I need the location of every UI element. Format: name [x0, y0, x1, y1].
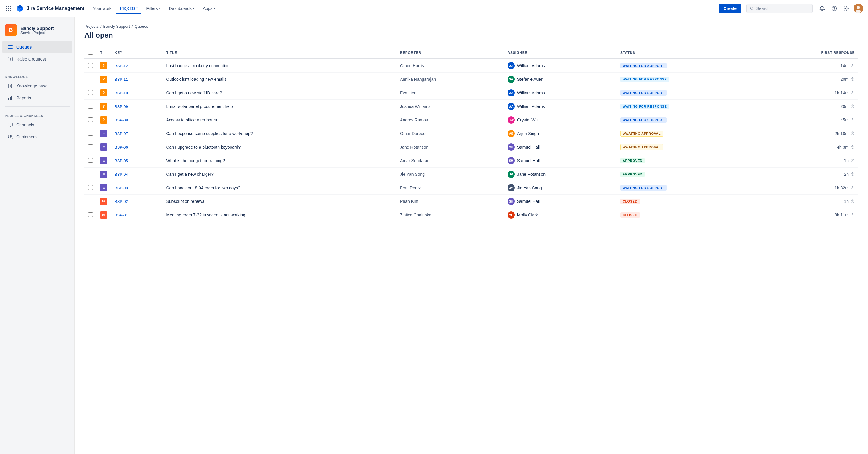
sidebar-item-channels[interactable]: Channels: [2, 119, 72, 131]
row-title-cell[interactable]: Lost badge at rocketry convention: [163, 59, 397, 73]
notifications-button[interactable]: [817, 4, 827, 13]
row-checkbox-cell[interactable]: [84, 168, 96, 181]
row-checkbox-cell[interactable]: [84, 73, 96, 86]
issue-key[interactable]: BSP-08: [115, 118, 128, 122]
row-key-cell[interactable]: BSP-12: [111, 59, 163, 73]
search-input[interactable]: [756, 6, 809, 11]
create-button[interactable]: Create: [718, 4, 741, 13]
row-checkbox-cell[interactable]: [84, 59, 96, 73]
table-row: ✉ BSP-02 Subscription renewal Phan Kim S…: [84, 195, 858, 208]
row-checkbox-cell[interactable]: [84, 141, 96, 154]
issue-key[interactable]: BSP-12: [115, 64, 128, 68]
topnav: Jira Service Management Your work Projec…: [0, 0, 868, 17]
sidebar-item-raise-request[interactable]: Raise a request: [2, 53, 72, 65]
issue-key[interactable]: BSP-10: [115, 91, 128, 95]
breadcrumb-bancly-support[interactable]: Bancly Support: [103, 24, 130, 29]
sidebar-item-knowledge-base[interactable]: Knowledge base: [2, 80, 72, 92]
search-box[interactable]: [746, 4, 812, 13]
row-key-cell[interactable]: BSP-09: [111, 100, 163, 113]
row-key-cell[interactable]: BSP-08: [111, 113, 163, 127]
row-key-cell[interactable]: BSP-01: [111, 208, 163, 222]
sidebar-item-customers[interactable]: Customers: [2, 131, 72, 143]
row-key-cell[interactable]: BSP-03: [111, 181, 163, 195]
issue-key[interactable]: BSP-03: [115, 186, 128, 190]
app-logo[interactable]: Jira Service Management: [16, 4, 84, 13]
row-assignee-cell: SH Samuel Hall: [504, 141, 617, 154]
row-type-cell: ?: [96, 73, 111, 86]
row-key-cell[interactable]: BSP-10: [111, 86, 163, 100]
row-checkbox[interactable]: [88, 63, 93, 68]
nav-filters[interactable]: Filters ▾: [143, 4, 164, 13]
nav-apps[interactable]: Apps ▾: [199, 4, 219, 13]
row-title-cell[interactable]: Can I expense some supplies for a worksh…: [163, 127, 397, 141]
row-key-cell[interactable]: BSP-05: [111, 154, 163, 168]
row-title-cell[interactable]: Can I get a new charger?: [163, 168, 397, 181]
status-badge: APPROVED: [620, 158, 645, 163]
row-checkbox[interactable]: [88, 144, 93, 149]
row-checkbox[interactable]: [88, 172, 93, 176]
row-checkbox[interactable]: [88, 117, 93, 122]
row-key-cell[interactable]: BSP-07: [111, 127, 163, 141]
row-checkbox[interactable]: [88, 212, 93, 217]
settings-button[interactable]: [841, 4, 851, 13]
row-checkbox[interactable]: [88, 104, 93, 109]
row-checkbox-cell[interactable]: [84, 154, 96, 168]
row-title-cell[interactable]: Lunar solar panel procurement help: [163, 100, 397, 113]
nav-your-work[interactable]: Your work: [89, 4, 115, 13]
row-checkbox[interactable]: [88, 185, 93, 190]
issue-key[interactable]: BSP-05: [115, 158, 128, 163]
svg-rect-0: [6, 6, 7, 7]
row-checkbox[interactable]: [88, 199, 93, 204]
row-checkbox[interactable]: [88, 158, 93, 163]
issue-key[interactable]: BSP-06: [115, 145, 128, 150]
row-assignee-cell: MC Molly Clark: [504, 208, 617, 222]
issue-key[interactable]: BSP-09: [115, 104, 128, 109]
row-title-cell[interactable]: Access to office after hours: [163, 113, 397, 127]
type-badge: ?: [100, 103, 107, 110]
svg-rect-8: [10, 10, 11, 11]
row-status-cell: WAITING FOR SUPPORT: [617, 86, 756, 100]
select-all-checkbox[interactable]: [88, 50, 93, 55]
issue-key[interactable]: BSP-07: [115, 131, 128, 136]
help-button[interactable]: [830, 4, 839, 13]
row-title-cell[interactable]: Subscription renewal: [163, 195, 397, 208]
row-title-cell[interactable]: Outlook isn't loading new emails: [163, 73, 397, 86]
row-checkbox[interactable]: [88, 131, 93, 135]
row-title-cell[interactable]: What is the budget for training?: [163, 154, 397, 168]
row-checkbox-cell[interactable]: [84, 86, 96, 100]
assignee-info: AS Arjun Singh: [507, 130, 613, 137]
type-badge: ?: [100, 89, 107, 96]
row-title-cell[interactable]: Meeting room 7-32 is sceen is not workin…: [163, 208, 397, 222]
nav-projects[interactable]: Projects ▾: [116, 3, 142, 13]
grid-icon[interactable]: [5, 5, 12, 12]
sidebar-item-reports[interactable]: Reports: [2, 92, 72, 104]
row-key-cell[interactable]: BSP-02: [111, 195, 163, 208]
breadcrumb-queues[interactable]: Queues: [134, 24, 148, 29]
user-avatar[interactable]: [854, 4, 863, 13]
issue-key[interactable]: BSP-02: [115, 199, 128, 204]
row-checkbox-cell[interactable]: [84, 127, 96, 141]
issue-key[interactable]: BSP-04: [115, 172, 128, 177]
issue-key[interactable]: BSP-11: [115, 77, 128, 82]
row-checkbox[interactable]: [88, 77, 93, 81]
row-checkbox-cell[interactable]: [84, 113, 96, 127]
issue-key[interactable]: BSP-01: [115, 213, 128, 217]
breadcrumb-projects[interactable]: Projects: [84, 24, 98, 29]
sidebar-item-queues[interactable]: Queues: [2, 41, 72, 53]
nav-dashboards[interactable]: Dashboards ▾: [165, 4, 198, 13]
row-checkbox-cell[interactable]: [84, 208, 96, 222]
row-checkbox-cell[interactable]: [84, 195, 96, 208]
row-checkbox[interactable]: [88, 90, 93, 95]
row-key-cell[interactable]: BSP-06: [111, 141, 163, 154]
col-select-all[interactable]: [84, 47, 96, 59]
clock-icon: ⏱: [850, 185, 855, 190]
row-title-cell[interactable]: Can I get a new staff ID card?: [163, 86, 397, 100]
row-key-cell[interactable]: BSP-11: [111, 73, 163, 86]
row-title-cell[interactable]: Can I book out 8-04 room for two days?: [163, 181, 397, 195]
assignee-avatar: WA: [507, 62, 515, 69]
row-checkbox-cell[interactable]: [84, 181, 96, 195]
row-title-cell[interactable]: Can I upgrade to a bluetooth keyboard?: [163, 141, 397, 154]
row-checkbox-cell[interactable]: [84, 100, 96, 113]
row-key-cell[interactable]: BSP-04: [111, 168, 163, 181]
assignee-info: JY Jie Yan Song: [507, 184, 613, 191]
